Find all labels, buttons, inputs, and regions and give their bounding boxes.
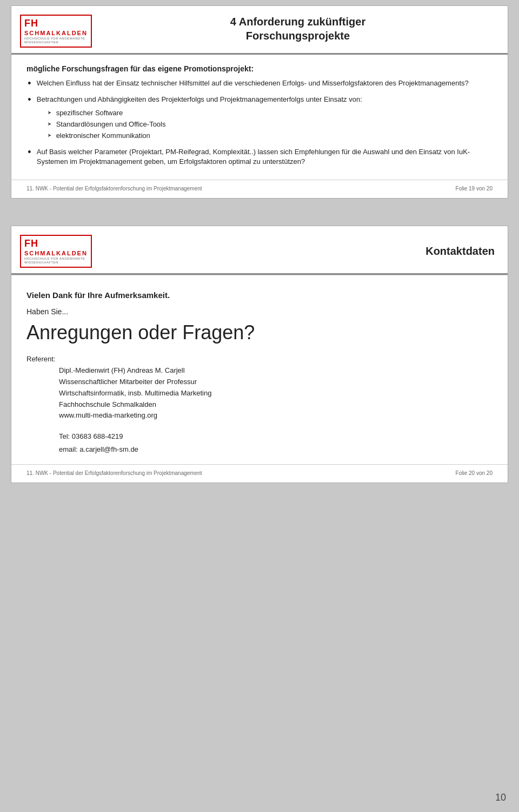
footer-left-1: 11. NWK - Potential der Erfolgsfaktorenf… xyxy=(26,186,202,192)
slide1-body: mögliche Forschungsfragen für das eigene… xyxy=(11,55,508,180)
slide1-title: 4 Anforderung zukünftiger Forschungsproj… xyxy=(90,15,495,43)
bullet-2: • Betrachtungen und Abhängigkeiten des P… xyxy=(26,95,493,143)
referent-role: Wissenschaftlicher Mitarbeiter der Profe… xyxy=(59,377,493,388)
slide2-title: Kontaktdaten xyxy=(90,245,495,258)
logo-subtitle-2: HOCHSCHULE FÜR ANGEWANDTE WISSENSCHAFTEN xyxy=(24,257,88,265)
bullet-3: • Auf Basis welcher Parameter (Projektar… xyxy=(26,147,493,167)
thanks-text: Vielen Dank für Ihre Aufmerksamkeit. xyxy=(26,291,493,300)
logo-fh: FH xyxy=(24,18,88,30)
logo-slide2: FH SCHMALKALDEN HOCHSCHULE FÜR ANGEWANDT… xyxy=(20,235,90,268)
bullet-text-2: Betrachtungen und Abhängigkeiten des Pro… xyxy=(37,95,362,103)
arrow-icon-2: ➤ xyxy=(48,120,52,129)
sub-bullets: ➤ spezifischer Software ➤ Standardlösung… xyxy=(48,109,362,140)
slide-1: FH SCHMALKALDEN HOCHSCHULE FÜR ANGEWANDT… xyxy=(11,5,508,199)
sub-bullet-2: ➤ Standardlösungen und Office-Tools xyxy=(48,120,362,129)
sub-bullet-3: ➤ elektronischer Kommunikation xyxy=(48,131,362,140)
logo-subtitle: HOCHSCHULE FÜR ANGEWANDTE WISSENSCHAFTEN xyxy=(24,37,88,44)
haben-sie: Haben Sie... xyxy=(26,307,493,316)
email: email: a.carjell@fh-sm.de xyxy=(59,443,493,455)
sub-bullet-text-2: Standardlösungen und Office-Tools xyxy=(56,120,166,128)
referent-label: Referent: xyxy=(26,355,55,363)
arrow-icon-1: ➤ xyxy=(48,109,52,117)
slide-2: FH SCHMALKALDEN HOCHSCHULE FÜR ANGEWANDT… xyxy=(11,226,508,483)
logo-schmalkalden: SCHMALKALDEN xyxy=(24,30,88,37)
slide2-header: FH SCHMALKALDEN HOCHSCHULE FÜR ANGEWANDT… xyxy=(11,226,508,275)
footer-right-2: Folie 20 von 20 xyxy=(456,470,493,476)
bullet-dot-1: • xyxy=(26,78,32,90)
arrow-icon-3: ➤ xyxy=(48,131,52,140)
slide1-footer: 11. NWK - Potential der Erfolgsfaktorenf… xyxy=(11,180,508,198)
logo-fh-2: FH xyxy=(24,238,88,250)
referent-name: Dipl.-Medienwirt (FH) Andreas M. Carjell xyxy=(59,365,493,377)
slide-gap xyxy=(0,204,519,220)
footer-left-2: 11. NWK - Potential der Erfolgsfaktorenf… xyxy=(26,470,202,476)
bullet-1: • Welchen Einfluss hat der Einsatz techn… xyxy=(26,78,493,90)
bullet-text-1: Welchen Einfluss hat der Einsatz technis… xyxy=(37,78,469,88)
referent-uni: Fachhochschule Schmalkalden xyxy=(59,399,493,411)
logo-slide1: FH SCHMALKALDEN HOCHSCHULE FÜR ANGEWANDT… xyxy=(20,15,90,48)
main-question: mögliche Forschungsfragen für das eigene… xyxy=(26,64,493,73)
sub-bullet-text-3: elektronischer Kommunikation xyxy=(56,131,150,140)
referent-details: Dipl.-Medienwirt (FH) Andreas M. Carjell… xyxy=(59,365,493,421)
big-question: Anregungen oder Fragen? xyxy=(26,321,493,344)
slide2-footer: 11. NWK - Potential der Erfolgsfaktorenf… xyxy=(11,464,508,483)
bullet-dot-2: • xyxy=(26,95,32,107)
contact-section: Tel: 03683 688-4219 email: a.carjell@fh-… xyxy=(59,430,493,455)
tel: Tel: 03683 688-4219 xyxy=(59,430,493,443)
referent-web: www.multi-media-marketing.org xyxy=(59,410,493,421)
bullet-text-3: Auf Basis welcher Parameter (Projektart,… xyxy=(37,147,493,167)
slide2-body: Vielen Dank für Ihre Aufmerksamkeit. Hab… xyxy=(11,278,508,464)
slide1-header: FH SCHMALKALDEN HOCHSCHULE FÜR ANGEWANDT… xyxy=(11,6,508,55)
separator-line xyxy=(11,275,508,275)
referent-dept: Wirtschaftsinformatik, insb. Multimedia … xyxy=(59,388,493,399)
footer-right-1: Folie 19 von 20 xyxy=(456,186,493,192)
referent-section: Referent: Dipl.-Medienwirt (FH) Andreas … xyxy=(26,354,493,421)
bullet-dot-3: • xyxy=(26,147,32,159)
sub-bullet-text-1: spezifischer Software xyxy=(56,109,123,117)
sub-bullet-1: ➤ spezifischer Software xyxy=(48,109,362,117)
bottom-gap xyxy=(0,488,519,494)
logo-schmalkalden-2: SCHMALKALDEN xyxy=(24,250,88,257)
